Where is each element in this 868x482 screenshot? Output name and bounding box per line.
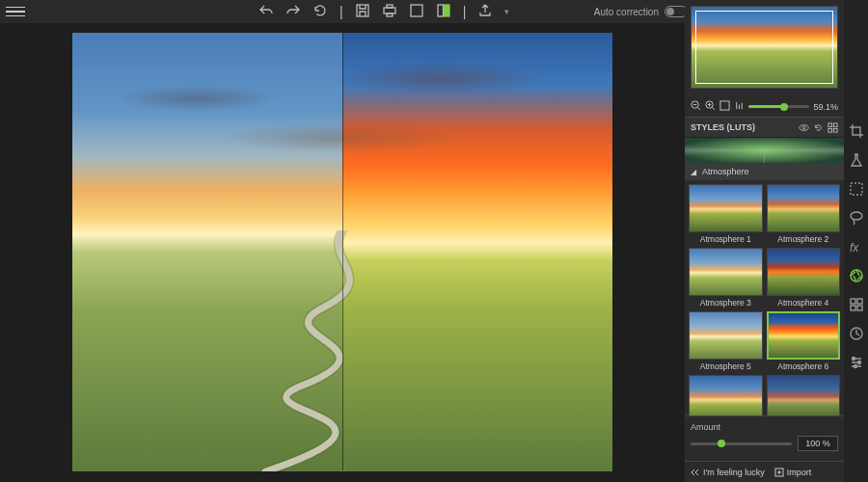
compare-view-icon[interactable]: [436, 3, 451, 21]
reset-icon[interactable]: [813, 122, 824, 133]
preset-item[interactable]: [689, 375, 763, 415]
canvas-area: Before After ▿: [0, 23, 685, 482]
auto-correction-control: Auto correction ▾: [594, 6, 698, 17]
import-button[interactable]: Import: [774, 468, 812, 477]
grid-icon[interactable]: [849, 297, 864, 312]
amount-control: Amount 100 %: [685, 415, 844, 461]
preset-item[interactable]: Atmosphere 5: [689, 311, 763, 371]
styles-footer: I'm feeling lucky Import: [685, 461, 844, 482]
amount-value[interactable]: 100 %: [798, 436, 838, 451]
svg-rect-3: [387, 13, 393, 16]
svg-rect-15: [833, 128, 837, 132]
actual-size-icon[interactable]: [734, 100, 745, 113]
share-dropdown-icon[interactable]: ▾: [504, 7, 509, 16]
zoom-in-icon[interactable]: [705, 100, 716, 113]
zoom-slider[interactable]: [748, 105, 809, 108]
svg-point-20: [851, 270, 862, 281]
clock-icon[interactable]: [849, 326, 864, 341]
zoom-out-icon[interactable]: [691, 100, 701, 113]
svg-rect-12: [828, 122, 832, 126]
single-view-icon[interactable]: [409, 3, 424, 21]
svg-rect-4: [411, 5, 422, 16]
preset-item[interactable]: Atmosphere 1: [689, 184, 763, 244]
svg-rect-6: [444, 5, 449, 16]
print-icon[interactable]: [382, 3, 397, 21]
preset-item[interactable]: Atmosphere 4: [767, 248, 841, 308]
eye-icon[interactable]: [799, 122, 809, 133]
grid-view-icon[interactable]: [827, 122, 838, 133]
zoom-controls: 59.1%: [685, 96, 844, 117]
styles-panel-title: STYLES (LUTS): [691, 122, 755, 132]
aperture-icon[interactable]: [849, 268, 864, 283]
svg-point-26: [852, 358, 854, 361]
amount-slider[interactable]: [691, 442, 792, 445]
preset-group-header[interactable]: ◢ Atmosphere: [685, 163, 844, 180]
tool-strip: fx: [844, 0, 868, 482]
feeling-lucky-button[interactable]: I'm feeling lucky: [691, 468, 765, 477]
svg-point-10: [800, 124, 808, 130]
svg-point-27: [857, 362, 860, 364]
preset-item[interactable]: Atmosphere 2: [767, 184, 841, 244]
svg-rect-1: [384, 8, 395, 13]
svg-rect-13: [833, 122, 837, 126]
amount-label: Amount: [691, 422, 838, 432]
svg-point-11: [802, 126, 805, 129]
svg-point-18: [851, 212, 862, 220]
navigator-panel: [685, 0, 844, 96]
collapse-icon: ◢: [691, 168, 696, 176]
lasso-icon[interactable]: [849, 210, 864, 226]
svg-rect-17: [851, 183, 862, 195]
svg-rect-14: [828, 128, 832, 132]
preset-grid: Atmosphere 1 Atmosphere 2 Atmosphere 3 A…: [685, 180, 844, 415]
svg-rect-2: [387, 5, 393, 8]
rotate-icon[interactable]: [312, 3, 328, 21]
right-sidebar: 59.1% STYLES (LUTS) ◢ Atmosphere Atmosph…: [685, 0, 844, 482]
svg-rect-21: [851, 299, 855, 304]
svg-rect-0: [357, 5, 368, 16]
redo-icon[interactable]: [285, 3, 301, 21]
styles-panel-header: STYLES (LUTS): [685, 117, 844, 138]
marquee-icon[interactable]: [849, 181, 864, 197]
toolbar-actions: | | ▾: [258, 3, 509, 21]
auto-correction-label: Auto correction: [594, 7, 659, 17]
menu-button[interactable]: [6, 2, 25, 21]
fit-icon[interactable]: [719, 100, 730, 113]
svg-rect-23: [851, 306, 855, 310]
svg-rect-9: [720, 101, 729, 110]
share-icon[interactable]: [477, 3, 493, 21]
navigator-thumbnail[interactable]: [691, 6, 838, 89]
undo-icon[interactable]: [258, 3, 274, 21]
svg-point-28: [854, 365, 856, 368]
preset-item[interactable]: Atmosphere 3: [689, 248, 763, 308]
crop-icon[interactable]: [849, 123, 864, 139]
preset-group-name: Atmosphere: [702, 167, 749, 176]
compare-handle-icon[interactable]: ▿: [340, 467, 345, 471]
image-canvas[interactable]: Before After ▿: [72, 33, 612, 471]
svg-text:fx: fx: [850, 241, 859, 254]
compare-divider[interactable]: [342, 33, 343, 471]
preset-item[interactable]: Atmosphere 6: [767, 311, 841, 371]
svg-rect-24: [857, 306, 862, 310]
zoom-value: 59.1%: [813, 102, 838, 112]
tune-icon[interactable]: [849, 355, 864, 370]
styles-panel-hero: [685, 138, 844, 163]
svg-rect-5: [438, 5, 444, 16]
fx-icon[interactable]: fx: [849, 239, 864, 254]
svg-rect-22: [857, 299, 862, 304]
flask-icon[interactable]: [849, 152, 864, 168]
preset-item[interactable]: [767, 375, 841, 415]
save-icon[interactable]: [355, 3, 370, 21]
